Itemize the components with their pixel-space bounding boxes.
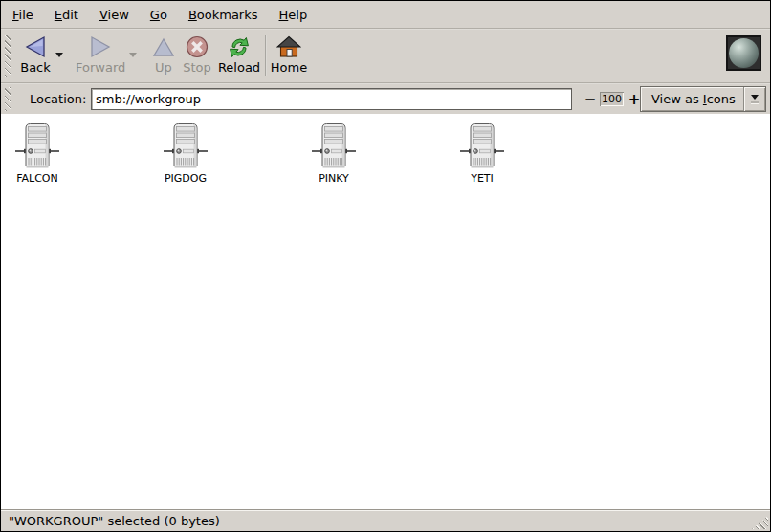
server-icon [163,122,209,171]
back-label: Back [12,60,58,75]
server-icon [311,122,357,171]
location-input[interactable] [91,88,572,110]
stop-icon [179,33,215,60]
icon-view: FALCON PIGDOG PINKY YETI [1,114,770,510]
throbber-sphere-icon [729,38,759,68]
back-history-dropdown-icon[interactable] [55,53,63,57]
resize-grip[interactable] [752,516,768,529]
server-item-pigdog[interactable]: PIGDOG [149,122,222,185]
toolbar: Back Forward Up Stop [1,30,770,82]
menu-file[interactable]: File [2,3,44,27]
location-bar-drag-handle[interactable] [5,87,11,111]
menu-go-label: G [150,8,160,22]
location-label: Location: [30,84,86,114]
menu-help[interactable]: Help [269,3,319,27]
chevron-down-icon [751,95,759,100]
toolbar-drag-handle[interactable] [5,35,11,77]
server-item-pinky[interactable]: PINKY [297,122,370,185]
server-item-label: FALCON [1,172,74,185]
menu-go[interactable]: Go [140,3,178,27]
forward-button[interactable]: Forward [76,33,125,75]
stop-label: Stop [179,60,215,75]
server-item-label: PINKY [297,172,370,185]
stop-button[interactable]: Stop [179,33,215,75]
menu-view[interactable]: View [89,3,140,27]
menu-edit[interactable]: Edit [44,3,89,27]
back-icon [12,33,58,60]
view-as-label: View as Icons [641,92,743,106]
toolbar-separator [265,35,267,76]
reload-icon [215,33,263,60]
forward-label: Forward [76,60,125,75]
up-label: Up [146,60,181,75]
menu-bookmarks-label: B [188,8,197,22]
reload-button[interactable]: Reload [215,33,263,75]
file-manager-window: File Edit View Go Bookmarks Help Back Fo… [0,0,771,532]
home-icon [270,33,308,60]
zoom-in-button[interactable]: + [628,84,641,114]
up-icon [146,33,181,60]
server-item-yeti[interactable]: YETI [446,122,518,185]
back-button[interactable]: Back [12,33,58,75]
server-item-label: PIGDOG [149,172,222,185]
up-button[interactable]: Up [146,33,181,75]
location-bar: Location: − 100 + View as Icons [1,84,770,114]
menubar: File Edit View Go Bookmarks Help [1,1,770,28]
home-label: Home [270,60,308,75]
reload-label: Reload [215,60,263,75]
dropdown-indicator [743,87,765,111]
zoom-out-button[interactable]: − [584,84,597,114]
menu-help-label: H [279,8,289,22]
home-button[interactable]: Home [270,33,308,75]
forward-history-dropdown-icon[interactable] [129,53,137,57]
menu-bookmarks[interactable]: Bookmarks [178,3,269,27]
view-as-dropdown[interactable]: View as Icons [640,86,766,112]
menu-edit-label: E [55,8,62,22]
status-text: "WORKGROUP" selected (0 bytes) [9,514,220,528]
forward-icon [76,33,125,60]
server-item-label: YETI [446,172,518,185]
menu-view-label: V [99,8,108,22]
server-item-falcon[interactable]: FALCON [1,122,74,185]
throbber [726,35,761,71]
status-bar: "WORKGROUP" selected (0 bytes) [1,510,770,531]
zoom-level-indicator: 100 [600,92,624,106]
server-icon [14,122,60,171]
server-icon [459,122,505,171]
